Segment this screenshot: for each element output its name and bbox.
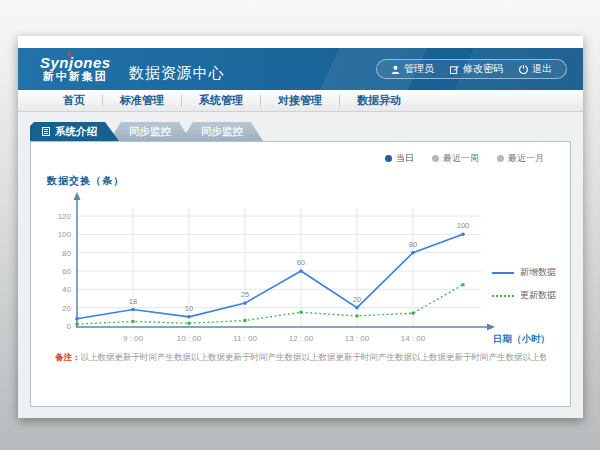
legend-label: 新增数据 [520, 266, 556, 279]
radio-label: 当日 [396, 152, 414, 165]
tab-sync-monitor-1[interactable]: 同步监控 [109, 122, 191, 141]
svg-text:120: 120 [58, 212, 72, 221]
solid-line-icon [492, 272, 514, 274]
current-user-button[interactable]: 管理员 [391, 62, 434, 76]
svg-text:日期（小时）: 日期（小时） [493, 333, 546, 345]
svg-text:10 : 00: 10 : 00 [177, 334, 202, 343]
svg-text:9 : 00: 9 : 00 [123, 334, 144, 343]
radio-icon [432, 155, 439, 162]
page: Synjones 新中新集团 数据资源中心 管理员 修改密码 退出 首页 标准管… [18, 36, 583, 418]
svg-text:100: 100 [457, 221, 470, 230]
footnote-text: 以上数据更新于时间产生数据以上数据更新于时间产生数据以上数据更新于时间产生数据以… [81, 352, 547, 362]
chart-area: 0204060801001209 : 0010 : 0011 : 0012 : … [41, 188, 560, 360]
tab-bar: 系统介绍 同步监控 同步监控 [30, 122, 583, 141]
radio-label: 最近一月 [508, 152, 544, 165]
svg-text:10: 10 [185, 304, 193, 313]
svg-text:18: 18 [129, 297, 137, 306]
svg-text:60: 60 [297, 258, 305, 267]
radio-icon [497, 155, 504, 162]
chart-legend: 新增数据 更新数据 [492, 266, 556, 302]
logo-subtext: 新中新集团 [40, 71, 111, 83]
change-password-button[interactable]: 修改密码 [450, 62, 503, 76]
tab-label: 同步监控 [201, 125, 243, 139]
radio-last-week[interactable]: 最近一周 [432, 152, 479, 165]
nav-item-home[interactable]: 首页 [46, 93, 102, 108]
tab-label: 系统介绍 [55, 125, 97, 139]
svg-text:40: 40 [62, 285, 71, 294]
document-icon [42, 126, 50, 138]
radio-label: 最近一周 [443, 152, 479, 165]
radio-today[interactable]: 当日 [385, 152, 414, 165]
content-area: 系统介绍 同步监控 同步监控 当日 最近一周 [18, 112, 583, 418]
edit-icon [450, 65, 459, 74]
radio-icon [385, 155, 392, 162]
svg-text:20: 20 [353, 295, 361, 304]
legend-item-updated-data[interactable]: 更新数据 [492, 289, 556, 302]
chart-y-axis-title: 数据交换（条） [47, 174, 560, 188]
nav-item-standard-mgmt[interactable]: 标准管理 [103, 93, 181, 108]
svg-text:20: 20 [62, 304, 71, 313]
nav-item-system-mgmt[interactable]: 系统管理 [182, 93, 260, 108]
change-password-label: 修改密码 [463, 62, 503, 76]
svg-text:12 : 00: 12 : 00 [289, 334, 314, 343]
page-title: 数据资源中心 [129, 64, 225, 83]
svg-text:25: 25 [241, 290, 249, 299]
svg-text:60: 60 [62, 267, 71, 276]
svg-text:11 : 00: 11 : 00 [233, 334, 257, 343]
tab-system-intro[interactable]: 系统介绍 [30, 122, 119, 141]
footnote-prefix: 备注： [55, 352, 81, 362]
logout-label: 退出 [532, 62, 552, 76]
tab-sync-monitor-2[interactable]: 同步监控 [181, 122, 263, 141]
dotted-line-icon [492, 295, 514, 297]
legend-label: 更新数据 [520, 289, 556, 302]
main-nav: 首页 标准管理 系统管理 对接管理 数据异动 [18, 90, 583, 112]
nav-item-data-change[interactable]: 数据异动 [340, 93, 418, 108]
brand-logo: Synjones 新中新集团 [40, 55, 111, 82]
svg-text:100: 100 [58, 230, 72, 239]
legend-item-new-data[interactable]: 新增数据 [492, 266, 556, 279]
line-chart: 0204060801001209 : 0010 : 0011 : 0012 : … [41, 188, 546, 356]
svg-text:0: 0 [67, 322, 72, 331]
user-bar: 管理员 修改密码 退出 [376, 59, 567, 79]
svg-text:80: 80 [62, 249, 71, 258]
logo-text: Synjones [40, 55, 111, 71]
tab-label: 同步监控 [129, 125, 171, 139]
time-range-filter: 当日 最近一周 最近一月 [385, 152, 544, 165]
nav-item-docking-mgmt[interactable]: 对接管理 [261, 93, 339, 108]
logout-icon [519, 65, 528, 74]
logout-button[interactable]: 退出 [519, 62, 552, 76]
page-top-strip [18, 36, 583, 48]
svg-text:80: 80 [409, 240, 417, 249]
footnote: 备注：以上数据更新于时间产生数据以上数据更新于时间产生数据以上数据更新于时间产生… [55, 352, 546, 364]
chart-panel: 当日 最近一周 最近一月 数据交换（条） 0204060801001209 : … [30, 141, 571, 407]
svg-text:13 : 00: 13 : 00 [345, 334, 370, 343]
app-header: Synjones 新中新集团 数据资源中心 管理员 修改密码 退出 [18, 48, 583, 90]
user-label: 管理员 [404, 62, 434, 76]
user-icon [391, 65, 400, 74]
radio-last-month[interactable]: 最近一月 [497, 152, 544, 165]
svg-text:14 : 00: 14 : 00 [401, 334, 426, 343]
